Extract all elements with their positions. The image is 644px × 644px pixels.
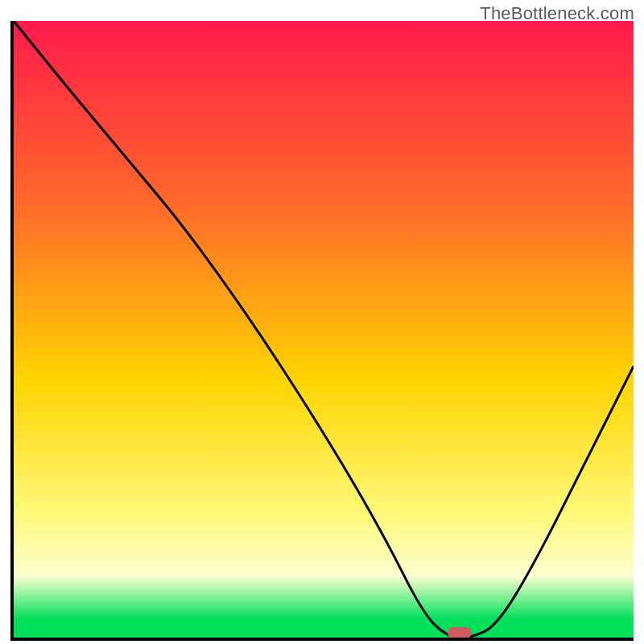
bottleneck-curve-path <box>14 21 634 638</box>
watermark-text: TheBottleneck.com <box>480 3 634 24</box>
optimal-point-marker <box>448 627 472 638</box>
bottleneck-curve-svg <box>14 21 634 638</box>
plot-area <box>14 21 634 638</box>
